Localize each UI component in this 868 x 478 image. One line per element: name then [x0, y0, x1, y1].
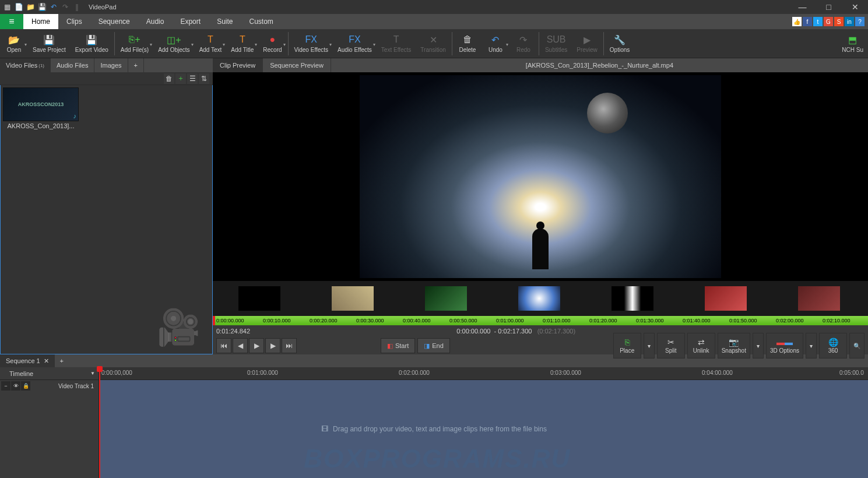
- bins-panel: Video Files(1) Audio Files Images + 🗑 ＋ …: [0, 58, 213, 354]
- delete-button[interactable]: 🗑Delete: [454, 30, 482, 58]
- redo-icon[interactable]: ↷: [61, 2, 70, 12]
- close-tab-icon[interactable]: ✕: [44, 357, 49, 365]
- clip-timeline[interactable]: 0:00:00.0000:00:10.0000:00:20.0000:00:30…: [213, 316, 868, 325]
- sequence-panel: Sequence 1✕ + Timeline▼ 0:00:00,000 0:01…: [0, 354, 868, 478]
- minimize-button[interactable]: ―: [789, 0, 816, 14]
- add-files-button[interactable]: ⎘+Add File(s)▾: [116, 30, 153, 58]
- undo-icon[interactable]: ↶: [49, 2, 58, 12]
- snapshot-button[interactable]: 📷Snapshot: [718, 333, 750, 358]
- app-icon: ▦: [2, 2, 12, 12]
- track-lock-icon[interactable]: 🔒: [21, 381, 30, 391]
- preview-button: ▶Preview: [572, 30, 602, 58]
- audio-effects-button[interactable]: FXAudio Effects▾: [333, 30, 377, 58]
- play-button[interactable]: ▶: [249, 338, 264, 353]
- place-dropdown[interactable]: ▾: [644, 333, 655, 358]
- new-icon[interactable]: 📄: [14, 2, 23, 12]
- menu-home[interactable]: Home: [23, 14, 58, 29]
- timeline-label[interactable]: Timeline▼: [0, 367, 99, 379]
- menu-sequence[interactable]: Sequence: [90, 14, 138, 29]
- add-text-button[interactable]: TAdd Text▾: [195, 30, 227, 58]
- close-button[interactable]: ✕: [842, 0, 868, 14]
- filmstrip[interactable]: [213, 281, 868, 316]
- record-button[interactable]: ●Record▾: [258, 30, 286, 58]
- twitter-icon[interactable]: t: [813, 17, 823, 26]
- sequence-preview-tab[interactable]: Sequence Preview: [263, 58, 331, 72]
- export-video-button[interactable]: 💾Export Video: [71, 30, 113, 58]
- goto-start-button[interactable]: ⏮: [216, 338, 231, 353]
- preview-panel: Clip Preview Sequence Preview [AKROSS_Co…: [213, 58, 868, 354]
- camera-icon: 🎥: [157, 307, 201, 348]
- video-effects-button[interactable]: FXVideo Effects▾: [290, 30, 333, 58]
- bin-tab-video[interactable]: Video Files(1): [0, 58, 51, 72]
- titlebar: ▦ 📄 📁 💾 ↶ ↷ ‖ VideoPad ― □ ✕: [0, 0, 868, 14]
- transport-bar: 0:01:24.842 0:00:00.000 - 0:02:17.300 (0…: [213, 325, 868, 354]
- stumble-icon[interactable]: S: [834, 17, 844, 26]
- menu-clips[interactable]: Clips: [58, 14, 90, 29]
- like-icon[interactable]: 👍: [792, 17, 802, 26]
- add-title-button[interactable]: TAdd Title▾: [226, 30, 258, 58]
- goto-end-button[interactable]: ⏭: [282, 338, 297, 353]
- transition-button: ✕Transition: [416, 30, 451, 58]
- bin-list-icon[interactable]: ☰: [187, 73, 198, 84]
- clip-icon: 🎞: [321, 425, 328, 433]
- open-icon[interactable]: 📁: [26, 2, 35, 12]
- bin-tab-add[interactable]: +: [128, 58, 144, 72]
- track-name: Video Track 1: [58, 383, 99, 389]
- facebook-icon[interactable]: f: [803, 17, 812, 26]
- maximize-button[interactable]: □: [816, 0, 842, 14]
- preview-video[interactable]: [213, 72, 868, 281]
- snapshot-dropdown[interactable]: ▾: [753, 333, 764, 358]
- main-menu: ≡ Home Clips Sequence Audio Export Suite…: [0, 14, 868, 29]
- clip-item[interactable]: AKROSSCON2013 AKROSS_Con_2013]...: [3, 87, 79, 129]
- current-time: 0:01:24.842: [216, 328, 250, 335]
- 360-button[interactable]: 🌐360: [819, 333, 847, 358]
- step-back-button[interactable]: ◀: [233, 338, 248, 353]
- drop-hint: 🎞Drag and drop your video, text and imag…: [321, 425, 547, 433]
- clip-preview-tab[interactable]: Clip Preview: [213, 58, 263, 72]
- unlink-button[interactable]: ⇄Unlink: [687, 333, 715, 358]
- save-icon[interactable]: 💾: [37, 2, 47, 12]
- undo-button[interactable]: ↶Undo▾: [482, 30, 509, 58]
- save-project-button[interactable]: 💾Save Project: [28, 30, 71, 58]
- app-title: VideoPad: [89, 3, 117, 10]
- end-marker-button[interactable]: ◨End: [417, 338, 450, 353]
- open-button[interactable]: 📂Open▾: [0, 30, 28, 58]
- playhead[interactable]: [99, 367, 100, 478]
- bin-tab-images[interactable]: Images: [94, 58, 128, 72]
- linkedin-icon[interactable]: in: [845, 17, 854, 26]
- timeline-ruler[interactable]: 0:00:00,000 0:01:00.000 0:02:00.000 0:03…: [99, 367, 868, 379]
- preview-filename: [AKROSS_Con_2013]_Rebelion_-_Nurture_alt…: [331, 58, 868, 72]
- menu-custom[interactable]: Custom: [241, 14, 281, 29]
- place-button[interactable]: ⎘Place: [613, 333, 641, 358]
- bin-sort-icon[interactable]: ⇅: [199, 73, 209, 84]
- sequence-tab[interactable]: Sequence 1✕: [0, 354, 55, 367]
- text-effects-button: TText Effects: [377, 30, 416, 58]
- 3d-options-button[interactable]: ▬▬3D Options: [766, 333, 803, 358]
- options-button[interactable]: 🔧Options: [605, 30, 634, 58]
- help-icon[interactable]: ?: [855, 17, 865, 26]
- step-fwd-button[interactable]: ▶: [265, 338, 280, 353]
- watermark: BOXPROGRAMS.RU: [304, 444, 571, 473]
- clip-thumbnail: AKROSSCON2013: [3, 87, 79, 121]
- add-sequence-button[interactable]: +: [55, 354, 69, 367]
- clip-label: AKROSS_Con_2013]...: [3, 122, 79, 129]
- google-icon[interactable]: G: [824, 17, 833, 26]
- menu-export[interactable]: Export: [172, 14, 209, 29]
- bin-tab-audio[interactable]: Audio Files: [51, 58, 94, 72]
- ribbon-toolbar: 📂Open▾ 💾Save Project 💾Export Video ⎘+Add…: [0, 29, 868, 58]
- split-button[interactable]: ✂Split: [657, 333, 685, 358]
- bin-delete-icon[interactable]: 🗑: [164, 73, 174, 84]
- menu-suite[interactable]: Suite: [209, 14, 241, 29]
- nch-suite-button[interactable]: ⬒NCH Su: [837, 30, 868, 58]
- search-button[interactable]: 🔍: [849, 333, 865, 358]
- tracks-area[interactable]: − 👁 🔒 Video Track 1 🎞Drag and drop your …: [0, 380, 868, 478]
- add-objects-button[interactable]: ◫+Add Objects▾: [153, 30, 194, 58]
- redo-button: ↷Redo: [509, 30, 537, 58]
- start-marker-button[interactable]: ◧Start: [381, 338, 415, 353]
- bin-add-icon[interactable]: ＋: [175, 73, 186, 84]
- 3d-dropdown[interactable]: ▾: [806, 333, 817, 358]
- track-collapse-icon[interactable]: −: [1, 381, 10, 391]
- menu-audio[interactable]: Audio: [138, 14, 173, 29]
- track-visible-icon[interactable]: 👁: [11, 381, 20, 391]
- hamburger-menu[interactable]: ≡: [0, 14, 23, 29]
